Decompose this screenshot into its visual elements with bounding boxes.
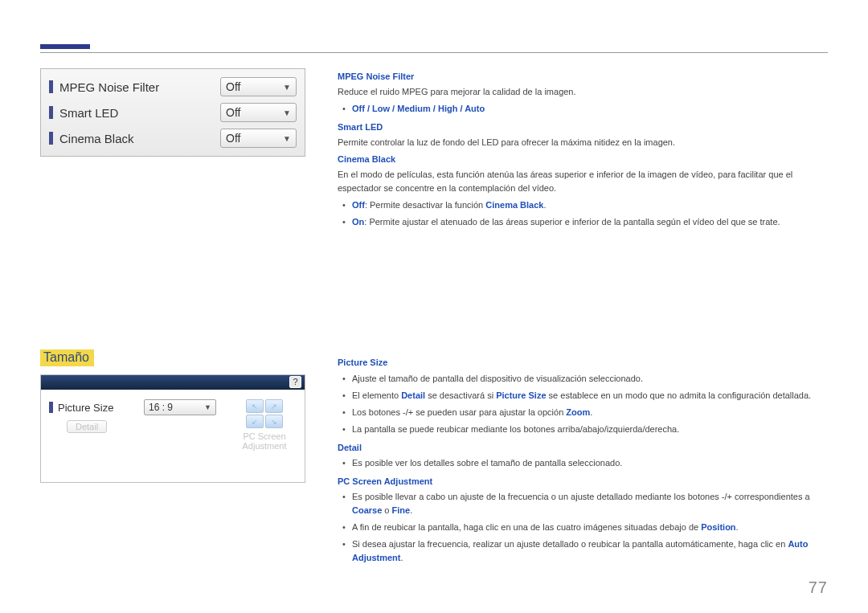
position-cell[interactable]: ↙ bbox=[246, 415, 264, 428]
desc-smart-led: Permite controlar la luz de fondo del LE… bbox=[338, 136, 828, 149]
cinema-off-bullet: Off: Permite desactivar la función Cinem… bbox=[338, 198, 828, 212]
chevron-down-icon: ▼ bbox=[283, 108, 291, 117]
osd-left-group: Picture Size 16 : 9 ▼ Detail bbox=[49, 399, 216, 451]
osd-right-group: ↖ ↗ ↙ ↘ PC Screen Adjustment bbox=[232, 399, 297, 451]
osd-panel-size: ? Picture Size 16 : 9 ▼ Detail bbox=[40, 374, 305, 483]
row-marker-icon bbox=[49, 80, 53, 93]
row-marker-icon bbox=[49, 106, 53, 119]
position-cell[interactable]: ↗ bbox=[265, 399, 283, 413]
spacer bbox=[338, 234, 828, 354]
osd-label: MPEG Noise Filter bbox=[59, 80, 220, 94]
heading-detail: Detail bbox=[338, 441, 828, 455]
detail-bullet-1: Es posible ver los detalles sobre el tam… bbox=[338, 456, 828, 470]
osd-row-picture-size: Picture Size 16 : 9 ▼ bbox=[49, 399, 216, 415]
pcsa-bullet-3: Si desea ajustar la frecuencia, realizar… bbox=[338, 537, 828, 565]
header-accent-bar bbox=[40, 44, 90, 49]
ps-bullet-1: Ajuste el tamaño de pantalla del disposi… bbox=[338, 372, 828, 386]
osd-select-value: Off bbox=[226, 132, 240, 145]
osd-row-smart-led: Smart LED Off ▼ bbox=[41, 100, 305, 125]
osd-select-value: Off bbox=[226, 80, 240, 93]
ps-bullet-4: La pantalla se puede reubicar mediante l… bbox=[338, 423, 828, 436]
row-marker-icon bbox=[49, 132, 53, 145]
heading-picture-size: Picture Size bbox=[338, 356, 828, 370]
picture-size-value: 16 : 9 bbox=[149, 402, 173, 413]
position-grid[interactable]: ↖ ↗ ↙ ↘ bbox=[246, 399, 283, 428]
left-column: MPEG Noise Filter Off ▼ Smart LED Off ▼ … bbox=[40, 68, 305, 570]
heading-cinema-black: Cinema Black bbox=[338, 153, 828, 166]
right-column: MPEG Noise Filter Reduce el ruido MPEG p… bbox=[338, 68, 828, 570]
heading-pc-screen-adjustment: PC Screen Adjustment bbox=[338, 475, 828, 488]
osd-select-cinema-black[interactable]: Off ▼ bbox=[220, 129, 297, 148]
chevron-down-icon: ▼ bbox=[283, 83, 291, 92]
picture-size-label: Picture Size bbox=[58, 402, 144, 414]
osd-titlebar: ? bbox=[41, 375, 305, 390]
page-content: MPEG Noise Filter Off ▼ Smart LED Off ▼ … bbox=[40, 68, 828, 570]
cinema-on-bullet: On: Permite ajustar el atenuado de las á… bbox=[338, 215, 828, 229]
osd-label: Smart LED bbox=[59, 106, 220, 120]
desc-cinema-black: En el modo de películas, esta función at… bbox=[338, 168, 828, 195]
osd-label: Cinema Black bbox=[59, 132, 220, 145]
osd-select-value: Off bbox=[226, 106, 240, 119]
osd-select-smart-led[interactable]: Off ▼ bbox=[220, 103, 297, 122]
desc-mpeg: Reduce el ruido MPEG para mejorar la cal… bbox=[338, 85, 828, 99]
chevron-down-icon: ▼ bbox=[204, 403, 211, 411]
osd-row-mpeg: MPEG Noise Filter Off ▼ bbox=[41, 74, 305, 100]
help-icon[interactable]: ? bbox=[289, 376, 301, 388]
detail-button[interactable]: Detail bbox=[67, 420, 107, 433]
section-heading-tamano: Tamaño bbox=[40, 349, 94, 366]
osd-panel-filters: MPEG Noise Filter Off ▼ Smart LED Off ▼ … bbox=[40, 68, 305, 157]
pc-screen-adjustment-label: PC Screen Adjustment bbox=[232, 431, 297, 451]
osd-row-cinema-black: Cinema Black Off ▼ bbox=[41, 125, 305, 151]
ps-bullet-2: El elemento Detail se desactivará si Pic… bbox=[338, 389, 828, 403]
picture-size-select[interactable]: 16 : 9 ▼ bbox=[144, 399, 216, 415]
opts-mpeg: Off / Low / Medium / High / Auto bbox=[338, 102, 828, 116]
pcsa-bullet-2: A fin de reubicar la pantalla, haga clic… bbox=[338, 521, 828, 534]
osd-select-mpeg[interactable]: Off ▼ bbox=[220, 77, 297, 96]
osd-body: Picture Size 16 : 9 ▼ Detail ↖ ↗ ↙ ↘ bbox=[41, 390, 305, 460]
row-marker-icon bbox=[49, 402, 53, 413]
heading-mpeg: MPEG Noise Filter bbox=[338, 70, 828, 84]
position-cell[interactable]: ↖ bbox=[246, 399, 264, 413]
ps-bullet-3: Los botones -/+ se pueden usar para ajus… bbox=[338, 406, 828, 419]
position-cell[interactable]: ↘ bbox=[265, 415, 283, 428]
chevron-down-icon: ▼ bbox=[283, 134, 291, 143]
heading-smart-led: Smart LED bbox=[338, 121, 828, 134]
header-rule bbox=[40, 52, 828, 53]
page-number: 77 bbox=[809, 578, 828, 597]
pcsa-bullet-1: Es posible llevar a cabo un ajuste de la… bbox=[338, 490, 828, 517]
